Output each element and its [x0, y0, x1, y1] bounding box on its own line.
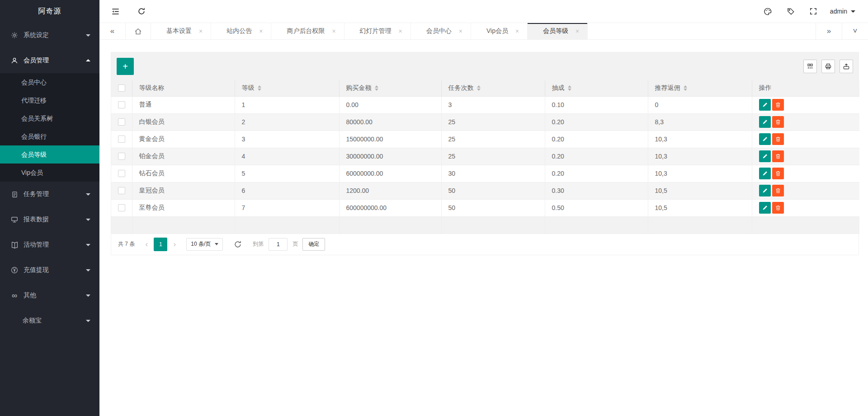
- tabs-scroll-right-button[interactable]: »: [816, 23, 842, 39]
- row-checkbox[interactable]: [118, 153, 125, 160]
- sort-icon[interactable]: [375, 85, 378, 91]
- prev-page-button[interactable]: ‹: [140, 238, 153, 251]
- sidebar-item[interactable]: 活动管理: [0, 232, 99, 257]
- tabs-more-button[interactable]: ˅: [842, 23, 868, 39]
- goto-page-input[interactable]: [269, 238, 288, 251]
- tab-item[interactable]: 基本设置×: [151, 23, 211, 39]
- cell-commission: 0.30: [545, 182, 648, 199]
- sidebar-item[interactable]: 余额宝: [0, 308, 99, 333]
- cell-referral: 10,5: [648, 182, 752, 199]
- cell-name: 至尊会员: [132, 199, 235, 216]
- edit-button[interactable]: [759, 185, 771, 196]
- cell-tasks: 3: [441, 96, 545, 113]
- row-checkbox[interactable]: [118, 136, 125, 143]
- close-icon[interactable]: ×: [332, 28, 335, 35]
- export-button[interactable]: [840, 60, 853, 73]
- sidebar-item[interactable]: 任务管理: [0, 182, 99, 207]
- close-icon[interactable]: ×: [259, 28, 263, 35]
- sidebar-item-label: 任务管理: [24, 190, 49, 198]
- sidebar-item[interactable]: 系统设定: [0, 23, 99, 48]
- current-page-button[interactable]: 1: [154, 238, 167, 251]
- sidebar-subitem[interactable]: 代理迁移: [0, 91, 99, 109]
- cell-amount: 1200.00: [339, 182, 441, 199]
- row-checkbox[interactable]: [118, 187, 125, 194]
- column-header: 购买金额: [339, 80, 441, 96]
- page-size-select[interactable]: 10 条/页: [186, 238, 223, 251]
- next-page-button[interactable]: ›: [168, 238, 181, 251]
- sort-icon[interactable]: [477, 85, 481, 91]
- delete-button[interactable]: [772, 133, 784, 145]
- sidebar-subitem[interactable]: 会员银行: [0, 127, 99, 145]
- cell-name: 铂金会员: [132, 148, 235, 165]
- close-icon[interactable]: ×: [199, 28, 203, 35]
- sidebar-item[interactable]: ∞其他: [0, 283, 99, 308]
- select-all-checkbox[interactable]: [118, 84, 125, 92]
- select-caret-icon: [215, 243, 218, 245]
- collapse-sidebar-icon[interactable]: [105, 0, 126, 23]
- sidebar-subitem[interactable]: 会员中心: [0, 73, 99, 91]
- cell-actions: [752, 96, 859, 113]
- delete-button[interactable]: [772, 185, 784, 196]
- row-checkbox[interactable]: [118, 170, 125, 177]
- sidebar-nav: 系统设定会员管理会员中心代理迁移会员关系树会员银行会员等级Vip会员任务管理报表…: [0, 23, 99, 333]
- delete-button[interactable]: [772, 150, 784, 162]
- edit-button[interactable]: [759, 116, 771, 128]
- delete-button[interactable]: [772, 116, 784, 128]
- close-icon[interactable]: ×: [515, 28, 519, 35]
- delete-button[interactable]: [772, 99, 784, 111]
- fullscreen-icon[interactable]: [802, 0, 825, 23]
- cell-commission: 0.20: [545, 131, 648, 148]
- delete-button[interactable]: [772, 202, 784, 214]
- delete-button[interactable]: [772, 168, 784, 179]
- document-icon: [10, 191, 19, 198]
- sidebar-item[interactable]: 报表数据: [0, 207, 99, 232]
- tag-icon[interactable]: [779, 0, 802, 23]
- close-icon[interactable]: ×: [576, 28, 579, 35]
- tab-home[interactable]: [126, 23, 151, 39]
- palette-icon[interactable]: [757, 0, 779, 23]
- sidebar-subitem[interactable]: 会员等级: [0, 145, 99, 164]
- cell-level: 5: [235, 165, 339, 182]
- member-level-card: + 等级名称等级购买金额任务次数抽成推荐返佣操作 普通10.0030.100白银…: [111, 52, 859, 255]
- cell-commission: 0.10: [545, 96, 648, 113]
- goto-confirm-button[interactable]: 确定: [302, 238, 325, 251]
- tab-item[interactable]: 站内公告×: [211, 23, 271, 39]
- table-row: 至尊会员7600000000.00500.5010,5: [111, 199, 859, 216]
- caret-down-icon: [86, 34, 90, 37]
- tab-item[interactable]: 幻灯片管理×: [344, 23, 411, 39]
- sidebar-item[interactable]: 会员管理: [0, 48, 99, 73]
- pagination-refresh-icon[interactable]: [234, 240, 242, 248]
- cell-tasks: 25: [441, 131, 545, 148]
- sort-icon[interactable]: [568, 85, 571, 91]
- print-button[interactable]: [821, 60, 835, 73]
- tab-item[interactable]: Vip会员×: [471, 23, 528, 39]
- tabs-scroll-left-button[interactable]: «: [99, 23, 126, 39]
- sidebar-subitem[interactable]: Vip会员: [0, 164, 99, 182]
- cell-referral: 0: [648, 96, 752, 113]
- sort-icon[interactable]: [684, 85, 687, 91]
- edit-button[interactable]: [759, 202, 771, 214]
- sidebar-subitem[interactable]: 会员关系树: [0, 109, 99, 127]
- caret-down-icon: [86, 269, 90, 271]
- columns-button[interactable]: [803, 60, 817, 73]
- trash-icon: [775, 205, 781, 211]
- edit-button[interactable]: [759, 150, 771, 162]
- close-icon[interactable]: ×: [399, 28, 402, 35]
- tab-active[interactable]: 会员等级×: [528, 23, 588, 39]
- sidebar-item[interactable]: 充值提现: [0, 257, 99, 283]
- row-checkbox[interactable]: [118, 204, 125, 211]
- user-menu[interactable]: admin: [825, 8, 861, 15]
- refresh-icon[interactable]: [131, 0, 152, 23]
- row-checkbox[interactable]: [118, 118, 125, 126]
- sort-icon[interactable]: [258, 85, 261, 91]
- close-icon[interactable]: ×: [459, 28, 462, 35]
- cell-tasks: 25: [441, 148, 545, 165]
- tab-item[interactable]: 会员中心×: [411, 23, 471, 39]
- add-button[interactable]: +: [117, 58, 134, 75]
- row-checkbox[interactable]: [118, 101, 125, 108]
- edit-button[interactable]: [759, 133, 771, 145]
- tab-item[interactable]: 商户后台权限×: [271, 23, 344, 39]
- edit-button[interactable]: [759, 168, 771, 179]
- edit-button[interactable]: [759, 99, 771, 111]
- sidebar-item-label: 其他: [24, 291, 36, 299]
